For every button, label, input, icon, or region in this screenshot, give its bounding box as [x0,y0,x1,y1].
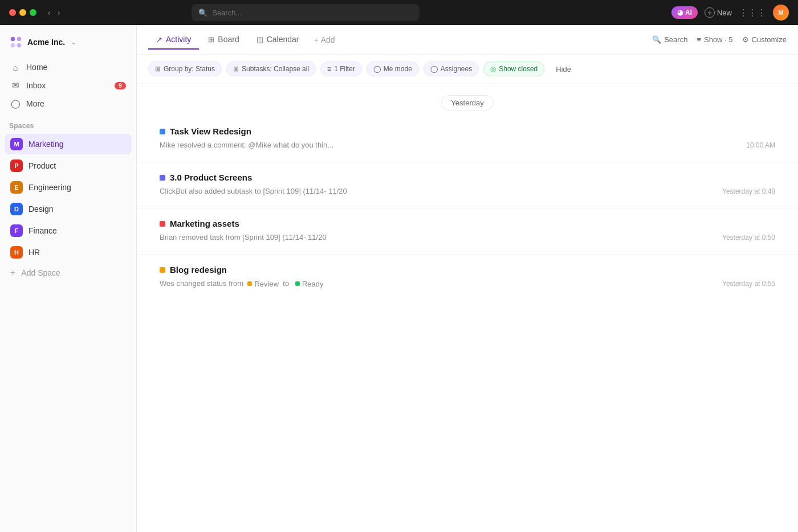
new-button[interactable]: + New [705,7,732,18]
hide-button[interactable]: Hide [551,62,576,76]
subtasks-icon: ⊞ [233,65,239,73]
filter-icon: ≡ [327,65,331,73]
inbox-icon: ✉ [10,80,21,91]
more-icon: ◯ [10,99,21,109]
workspace-name: Acme Inc. [27,38,65,47]
show-closed-filter[interactable]: ◎ Show closed [483,62,544,76]
ai-button[interactable]: ◕ AI [671,6,698,19]
show-icon: ≡ [697,35,701,44]
content-area: ↗ Activity ⊞ Board ◫ Calendar + Add [137,25,798,532]
finance-avatar: F [10,224,23,237]
customize-icon: ⚙ [742,35,749,44]
space-item-product[interactable]: P Product [5,155,132,176]
marketing-avatar: M [10,138,23,150]
task-title[interactable]: Marketing assets [160,219,775,228]
svg-point-2 [11,43,15,47]
workspace-logo [9,35,23,49]
group-by-icon: ⊞ [155,65,161,73]
add-space-button[interactable]: + Add Space [5,264,132,282]
task-color-dot [160,129,165,134]
svg-point-0 [11,37,15,41]
window-controls [9,9,36,16]
topbar: ‹ › 🔍 ◕ AI + New ⋮⋮⋮ M [0,0,798,25]
me-mode-filter[interactable]: ◯ Me mode [367,62,419,76]
add-tab-icon: + [314,35,319,44]
forward-button[interactable]: › [55,7,63,18]
sidebar: Acme Inc. ⌄ ⌂ Home ✉ Inbox 9 ◯ More Spac… [0,25,137,532]
calendar-tab-icon: ◫ [256,35,263,44]
date-divider: Yesterday [137,84,798,116]
grid-icon[interactable]: ⋮⋮⋮ [739,7,766,18]
workspace-header[interactable]: Acme Inc. ⌄ [0,32,136,56]
task-color-dot [160,267,165,273]
search-action-button[interactable]: 🔍 Search [652,35,687,44]
back-button[interactable]: ‹ [46,7,53,18]
status-to-dot [295,281,300,286]
activity-time: Yesterday at 0:55 [722,280,775,288]
customize-button[interactable]: ⚙ Customize [742,35,787,44]
space-item-engineering[interactable]: E Engineering [5,177,132,198]
tab-calendar[interactable]: ◫ Calendar [249,30,307,50]
board-tab-icon: ⊞ [208,35,214,44]
show-button[interactable]: ≡ Show · 5 [697,35,732,44]
status-to-pill: Ready [295,280,324,288]
status-from-dot [247,281,252,286]
space-item-marketing[interactable]: M Marketing [5,134,132,154]
maximize-dot[interactable] [30,9,36,16]
spaces-header: Spaces [0,115,136,133]
activity-detail: Mike resolved a comment: @Mike what do y… [160,141,775,158]
workspace-chevron-icon: ⌄ [71,38,76,46]
activity-text: Mike resolved a comment: @Mike what do y… [160,141,333,149]
search-icon: 🔍 [198,9,207,17]
assignees-icon: ◯ [430,65,438,73]
main-layout: Acme Inc. ⌄ ⌂ Home ✉ Inbox 9 ◯ More Spac… [0,25,798,532]
date-badge: Yesterday [441,95,493,111]
filter-bar: ⊞ Group by: Status ⊞ Subtasks: Collapse … [137,55,798,84]
add-tab-button[interactable]: + Add [308,31,341,49]
close-dot[interactable] [9,9,16,16]
task-title[interactable]: Blog redesign [160,265,775,275]
tab-activity[interactable]: ↗ Activity [148,30,199,50]
task-title[interactable]: Task View Redesign [160,126,775,136]
header-actions: 🔍 Search ≡ Show · 5 ⚙ Customize [652,35,787,44]
task-color-dot [160,221,165,227]
space-item-hr[interactable]: H HR [5,242,132,263]
group-by-filter[interactable]: ⊞ Group by: Status [148,62,222,76]
sidebar-item-home[interactable]: ⌂ Home [5,58,132,76]
activity-tab-icon: ↗ [156,35,162,44]
svg-point-3 [17,43,21,47]
task-title[interactable]: 3.0 Product Screens [160,173,775,182]
activity-time: Yesterday at 0:50 [722,234,775,242]
sidebar-item-inbox[interactable]: ✉ Inbox 9 [5,76,132,95]
user-avatar[interactable]: M [773,5,789,21]
task-color-dot [160,175,165,181]
sidebar-item-more[interactable]: ◯ More [5,95,132,113]
subtasks-filter[interactable]: ⊞ Subtasks: Collapse all [226,62,316,76]
space-item-design[interactable]: D Design [5,199,132,219]
search-action-icon: 🔍 [652,35,661,44]
minimize-dot[interactable] [19,9,26,16]
tab-board[interactable]: ⊞ Board [200,30,247,50]
space-item-finance[interactable]: F Finance [5,220,132,241]
filter-chip[interactable]: ≡ 1 Filter [320,62,362,76]
new-circle-icon: + [705,7,715,18]
global-search[interactable]: 🔍 [192,4,420,21]
assignees-filter[interactable]: ◯ Assignees [424,62,479,76]
me-mode-icon: ◯ [373,65,381,73]
activity-detail: Wes changed status from Review to Ready … [160,279,775,297]
activity-text: ClickBot also added subtask to [Sprint 1… [160,187,347,195]
show-closed-icon: ◎ [490,65,496,73]
search-input[interactable] [212,9,413,17]
engineering-avatar: E [10,181,23,194]
activity-card-task-view-redesign: Task View Redesign Mike resolved a comme… [137,116,798,162]
product-avatar: P [10,159,23,172]
inbox-badge: 9 [115,82,126,89]
activity-detail: Brian removed task from [Sprint 109] (11… [160,233,775,251]
topbar-right: ◕ AI + New ⋮⋮⋮ M [671,5,789,21]
svg-point-1 [17,37,21,41]
hr-avatar: H [10,246,23,259]
home-icon: ⌂ [10,62,21,72]
activity-time: 10:00 AM [746,141,775,149]
activity-text: Brian removed task from [Sprint 109] (11… [160,233,327,242]
content-header: ↗ Activity ⊞ Board ◫ Calendar + Add [137,25,798,55]
